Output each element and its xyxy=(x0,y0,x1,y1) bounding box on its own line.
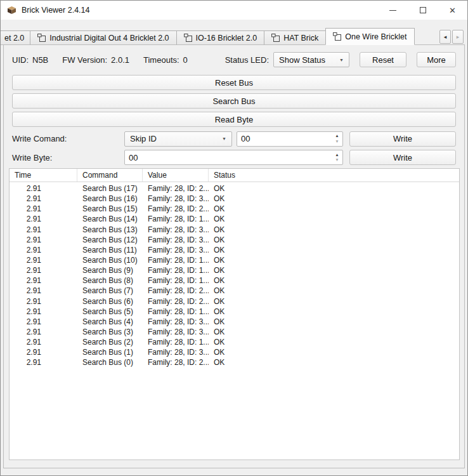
cell-value: Family: 28, ID: 1... xyxy=(143,276,209,285)
timeouts-label: Timeouts: xyxy=(143,55,179,65)
window-controls: ✕ xyxy=(378,1,467,20)
read-byte-button[interactable]: Read Byte xyxy=(12,112,456,127)
spin-down-icon: ▼ xyxy=(335,158,339,162)
cell-command: Search Bus (3) xyxy=(77,327,143,336)
cell-status: OK xyxy=(209,266,459,275)
table-row[interactable]: 2.91 Search Bus (0) Family: 28, ID: 2...… xyxy=(10,357,459,367)
cell-time: 2.91 xyxy=(10,327,77,336)
cell-value: Family: 28, ID: 3... xyxy=(143,225,209,234)
table-row[interactable]: 2.91 Search Bus (4) Family: 28, ID: 3...… xyxy=(10,317,459,327)
close-button[interactable]: ✕ xyxy=(438,1,467,20)
uid-group: UID: N5B xyxy=(12,55,48,65)
cell-value: Family: 28, ID: 3... xyxy=(143,348,209,357)
write-command-label: Write Comand: xyxy=(12,134,124,143)
search-bus-button[interactable]: Search Bus xyxy=(12,93,456,109)
chevron-down-icon: ▼ xyxy=(339,58,344,62)
titlebar: Brick Viewer 2.4.14 ✕ xyxy=(1,1,467,20)
tab-label: HAT Brick xyxy=(283,34,318,43)
tab-io16-bricklet[interactable]: IO-16 Bricklet 2.0 xyxy=(176,30,265,45)
tab-clipped-bricklet[interactable]: et 2.0 xyxy=(1,30,30,45)
table-row[interactable]: 2.91 Search Bus (9) Family: 28, ID: 1...… xyxy=(10,265,459,275)
table-row[interactable]: 2.91 Search Bus (14) Family: 28, ID: 1..… xyxy=(10,214,459,224)
cell-value: Family: 28, ID: 3... xyxy=(143,246,209,255)
tab-label: et 2.0 xyxy=(4,34,24,43)
cell-value: Family: 28, ID: 1... xyxy=(143,307,209,316)
maximize-button[interactable] xyxy=(408,1,438,20)
cell-time: 2.91 xyxy=(10,235,77,244)
bricklet-icon xyxy=(37,34,46,42)
tab-scroll-left-button[interactable]: ◂ xyxy=(439,30,451,44)
cell-command: Search Bus (16) xyxy=(77,194,143,203)
cell-status: OK xyxy=(209,235,459,244)
table-row[interactable]: 2.91 Search Bus (11) Family: 28, ID: 3..… xyxy=(10,245,459,255)
cell-command: Search Bus (2) xyxy=(77,338,143,347)
table-row[interactable]: 2.91 Search Bus (6) Family: 28, ID: 2...… xyxy=(10,296,459,307)
cell-time: 2.91 xyxy=(10,348,77,357)
fw-version-group: FW Version: 2.0.1 xyxy=(62,55,129,65)
table-row[interactable]: 2.91 Search Bus (10) Family: 28, ID: 1..… xyxy=(10,255,459,265)
table-row[interactable]: 2.91 Search Bus (12) Family: 28, ID: 3..… xyxy=(10,235,459,245)
bricklet-icon xyxy=(333,32,341,41)
table-row[interactable]: 2.91 Search Bus (16) Family: 28, ID: 3..… xyxy=(10,194,459,204)
more-button[interactable]: More xyxy=(417,52,456,67)
cell-command: Search Bus (12) xyxy=(77,235,143,244)
cell-command: Search Bus (9) xyxy=(77,266,143,275)
tab-bar: et 2.0 Industrial Digital Out 4 Bricklet… xyxy=(1,28,467,45)
write-command-value-input[interactable] xyxy=(237,132,342,146)
status-led-dropdown[interactable]: Show Status ▼ xyxy=(273,52,349,67)
reset-button[interactable]: Reset xyxy=(360,52,406,67)
write-command-dropdown[interactable]: Skip ID ▼ xyxy=(124,131,232,147)
column-header-value[interactable]: Value xyxy=(143,169,209,182)
table-row[interactable]: 2.91 Search Bus (2) Family: 28, ID: 1...… xyxy=(10,337,459,347)
cell-status: OK xyxy=(209,204,459,213)
cell-command: Search Bus (1) xyxy=(77,348,143,357)
table-row[interactable]: 2.91 Search Bus (8) Family: 28, ID: 1...… xyxy=(10,275,459,286)
minimize-button[interactable] xyxy=(378,1,408,20)
table-row[interactable]: 2.91 Search Bus (5) Family: 28, ID: 1...… xyxy=(10,307,459,317)
column-header-time[interactable]: Time xyxy=(10,169,77,182)
uid-label: UID: xyxy=(12,55,29,65)
spinner-arrows[interactable]: ▲ ▼ xyxy=(332,132,342,146)
tab-one-wire-bricklet[interactable]: One Wire Bricklet xyxy=(325,28,414,45)
cell-time: 2.91 xyxy=(10,194,77,203)
write-byte-write-button[interactable]: Write xyxy=(349,150,456,165)
write-byte-value-input[interactable] xyxy=(125,150,342,164)
table-row[interactable]: 2.91 Search Bus (3) Family: 28, ID: 3...… xyxy=(10,327,459,337)
device-info-row: UID: N5B FW Version: 2.0.1 Timeouts: 0 S… xyxy=(12,51,456,68)
table-row[interactable]: 2.91 Search Bus (15) Family: 28, ID: 2..… xyxy=(10,204,459,214)
log-table-body: 2.91 Search Bus (17) Family: 28, ID: 2..… xyxy=(10,182,459,368)
spin-up-icon: ▲ xyxy=(335,153,339,157)
timeouts-value: 0 xyxy=(183,55,188,65)
table-row[interactable]: 2.91 Search Bus (7) Family: 28, ID: 2...… xyxy=(10,286,459,296)
tab-hat-brick[interactable]: HAT Brick xyxy=(264,30,326,45)
cell-status: OK xyxy=(209,348,459,357)
cell-time: 2.91 xyxy=(10,246,77,255)
spinner-arrows[interactable]: ▲ ▼ xyxy=(332,150,342,164)
tab-industrial-digital-out-4[interactable]: Industrial Digital Out 4 Bricklet 2.0 xyxy=(30,30,176,45)
spin-up-icon: ▲ xyxy=(335,134,339,138)
tab-label: IO-16 Bricklet 2.0 xyxy=(196,34,257,43)
reset-bus-button[interactable]: Reset Bus xyxy=(12,75,456,90)
table-row[interactable]: 2.91 Search Bus (13) Family: 28, ID: 3..… xyxy=(10,225,459,235)
column-header-command[interactable]: Command xyxy=(77,169,143,182)
cell-time: 2.91 xyxy=(10,297,77,306)
table-row[interactable]: 2.91 Search Bus (1) Family: 28, ID: 3...… xyxy=(10,347,459,357)
write-command-spinbox: ▲ ▼ xyxy=(237,131,343,147)
cell-value: Family: 28, ID: 2... xyxy=(143,297,209,306)
write-byte-spinbox: ▲ ▼ xyxy=(124,150,343,165)
cell-command: Search Bus (7) xyxy=(77,286,143,295)
minimize-icon xyxy=(389,10,396,11)
tab-scroll-right-button[interactable]: ▸ xyxy=(452,30,464,44)
cell-status: OK xyxy=(209,286,459,295)
uid-value: N5B xyxy=(32,55,48,65)
write-command-selected: Skip ID xyxy=(130,134,157,143)
write-command-write-button[interactable]: Write xyxy=(349,131,456,147)
fw-version-label: FW Version: xyxy=(62,55,107,65)
column-header-status[interactable]: Status xyxy=(209,169,459,182)
cell-status: OK xyxy=(209,194,459,203)
cell-status: OK xyxy=(209,327,459,336)
one-wire-bricklet-panel: UID: N5B FW Version: 2.0.1 Timeouts: 0 S… xyxy=(3,44,465,468)
tab-scrollers: ◂ ▸ xyxy=(439,30,464,44)
cell-command: Search Bus (15) xyxy=(77,204,143,213)
table-row[interactable]: 2.91 Search Bus (17) Family: 28, ID: 2..… xyxy=(10,183,459,194)
